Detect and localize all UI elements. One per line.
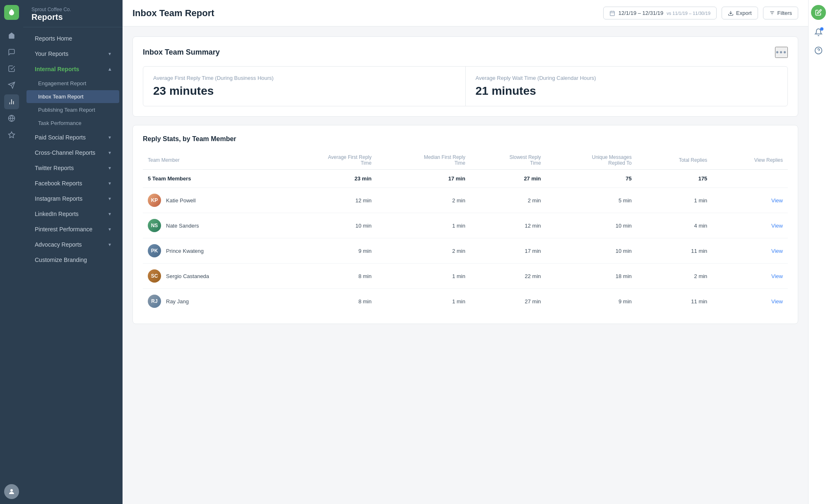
cell-unique_messages: 10 min bbox=[546, 213, 637, 238]
view-replies-link[interactable]: View bbox=[771, 298, 783, 305]
chevron-down-icon: ▾ bbox=[108, 51, 111, 57]
export-button[interactable]: Export bbox=[722, 7, 758, 19]
member-name: Prince Kwateng bbox=[166, 248, 204, 254]
cell-median_first_reply: 2 min bbox=[376, 188, 470, 213]
table-row: PK Prince Kwateng 9 min2 min17 min10 min… bbox=[143, 238, 788, 264]
cell-avg_first_reply: 8 min bbox=[279, 289, 377, 314]
nav-star-icon[interactable] bbox=[4, 127, 19, 142]
page-title: Inbox Team Report bbox=[132, 8, 214, 19]
nav-reports-icon[interactable] bbox=[4, 94, 19, 109]
cell-member: KP Katie Powell bbox=[143, 188, 279, 213]
member-avatar: KP bbox=[148, 194, 161, 207]
sidebar-sub-publishing-team-report[interactable]: Publishing Team Report bbox=[26, 103, 119, 116]
cell-total_replies: 2 min bbox=[637, 264, 712, 289]
nav-tasks-icon[interactable] bbox=[4, 61, 19, 76]
sidebar-item-twitter-reports[interactable]: Twitter Reports ▾ bbox=[26, 161, 119, 175]
summary-avg-first-reply: 23 min bbox=[279, 170, 377, 188]
col-header-median-first-reply: Median First ReplyTime bbox=[376, 151, 470, 170]
cell-view-replies: View bbox=[712, 213, 788, 238]
cell-unique_messages: 9 min bbox=[546, 289, 637, 314]
cell-median_first_reply: 1 min bbox=[376, 213, 470, 238]
svg-marker-7 bbox=[9, 132, 15, 138]
main-content: Inbox Team Report 12/1/19 – 12/31/19 vs … bbox=[123, 0, 808, 504]
cell-total_replies: 11 min bbox=[637, 238, 712, 264]
member-name: Nate Sanders bbox=[166, 223, 199, 229]
date-range-button[interactable]: 12/1/19 – 12/31/19 vs 11/1/19 – 11/30/19 bbox=[603, 7, 717, 19]
chevron-up-icon: ▴ bbox=[108, 66, 111, 72]
member-name: Ray Jang bbox=[166, 298, 189, 305]
chevron-down-icon: ▾ bbox=[108, 134, 111, 140]
metric-value-first-reply: 23 minutes bbox=[153, 84, 455, 98]
metric-value-wait-time: 21 minutes bbox=[476, 84, 778, 98]
sidebar-item-cross-channel-reports[interactable]: Cross-Channel Reports ▾ bbox=[26, 145, 119, 160]
nav-home-icon[interactable] bbox=[4, 28, 19, 43]
table-summary-row: 5 Team Members 23 min 17 min 27 min 75 1… bbox=[143, 170, 788, 188]
cell-total_replies: 1 min bbox=[637, 188, 712, 213]
table-body: 5 Team Members 23 min 17 min 27 min 75 1… bbox=[143, 170, 788, 314]
chevron-down-icon: ▾ bbox=[108, 211, 111, 217]
view-replies-link[interactable]: View bbox=[771, 273, 783, 279]
vs-date-range-value: vs 11/1/19 – 11/30/19 bbox=[667, 11, 710, 16]
company-name: Sprout Coffee Co. bbox=[31, 7, 114, 12]
filters-button[interactable]: Filters bbox=[763, 7, 798, 19]
metric-label-first-reply: Average First Reply Time (During Busines… bbox=[153, 75, 455, 81]
sidebar-item-instagram-reports[interactable]: Instagram Reports ▾ bbox=[26, 191, 119, 206]
nav-inbox-icon[interactable] bbox=[4, 45, 19, 60]
sidebar-sub-inbox-team-report[interactable]: Inbox Team Report bbox=[26, 90, 119, 103]
sidebar-item-customize-branding[interactable]: Customize Branding bbox=[26, 252, 119, 267]
notifications-button[interactable] bbox=[813, 26, 824, 38]
member-name: Sergio Castaneda bbox=[166, 273, 209, 279]
cell-median_first_reply: 1 min bbox=[376, 289, 470, 314]
sidebar-item-pinterest-performance[interactable]: Pinterest Performance ▾ bbox=[26, 222, 119, 237]
cell-median_first_reply: 2 min bbox=[376, 238, 470, 264]
view-replies-link[interactable]: View bbox=[771, 197, 783, 204]
summary-card-title: Inbox Team Summary bbox=[143, 48, 220, 57]
calendar-icon bbox=[609, 10, 615, 16]
member-name: Katie Powell bbox=[166, 197, 196, 204]
sidebar-sub-engagement-report[interactable]: Engagement Report bbox=[26, 77, 119, 90]
chevron-down-icon: ▾ bbox=[108, 196, 111, 202]
sidebar-sub-task-performance[interactable]: Task Performance bbox=[26, 117, 119, 130]
sidebar-item-paid-social-reports[interactable]: Paid Social Reports ▾ bbox=[26, 130, 119, 145]
nav-publish-icon[interactable] bbox=[4, 78, 19, 93]
sidebar-item-your-reports[interactable]: Your Reports ▾ bbox=[26, 46, 119, 61]
metric-cell-wait-time: Average Reply Wait Time (During Calendar… bbox=[466, 67, 788, 106]
sidebar-item-internal-reports[interactable]: Internal Reports ▴ bbox=[26, 62, 119, 77]
cell-slowest_reply: 17 min bbox=[470, 238, 546, 264]
sidebar-item-linkedin-reports[interactable]: LinkedIn Reports ▾ bbox=[26, 206, 119, 221]
top-bar-actions: 12/1/19 – 12/31/19 vs 11/1/19 – 11/30/19… bbox=[603, 7, 798, 19]
table-card: Reply Stats, by Team Member Team Member … bbox=[132, 125, 798, 324]
table-card-title: Reply Stats, by Team Member bbox=[143, 135, 788, 143]
member-avatar: SC bbox=[148, 269, 161, 283]
sidebar-item-reports-home[interactable]: Reports Home bbox=[26, 31, 119, 46]
user-avatar[interactable] bbox=[4, 484, 19, 499]
cell-member: SC Sergio Castaneda bbox=[143, 264, 279, 289]
cell-slowest_reply: 22 min bbox=[470, 264, 546, 289]
svg-rect-9 bbox=[610, 11, 615, 15]
col-header-slowest-reply: Slowest ReplyTime bbox=[470, 151, 546, 170]
svg-point-8 bbox=[10, 489, 13, 492]
cell-unique_messages: 5 min bbox=[546, 188, 637, 213]
view-replies-link[interactable]: View bbox=[771, 223, 783, 229]
table-header-row: Team Member Average First ReplyTime Medi… bbox=[143, 151, 788, 170]
sidebar-nav: Reports Home Your Reports ▾ Internal Rep… bbox=[23, 27, 123, 271]
member-avatar: RJ bbox=[148, 295, 161, 308]
summary-view-replies bbox=[712, 170, 788, 188]
cell-avg_first_reply: 10 min bbox=[279, 213, 377, 238]
compose-button[interactable] bbox=[811, 5, 826, 20]
nav-social-icon[interactable] bbox=[4, 111, 19, 126]
sidebar-item-advocacy-reports[interactable]: Advocacy Reports ▾ bbox=[26, 237, 119, 252]
cell-avg_first_reply: 9 min bbox=[279, 238, 377, 264]
table-row: KP Katie Powell 12 min2 min2 min5 min1 m… bbox=[143, 188, 788, 213]
cell-member: NS Nate Sanders bbox=[143, 213, 279, 238]
metric-label-wait-time: Average Reply Wait Time (During Calendar… bbox=[476, 75, 778, 81]
more-options-button[interactable]: ••• bbox=[775, 47, 788, 58]
sidebar-item-facebook-reports[interactable]: Facebook Reports ▾ bbox=[26, 176, 119, 191]
summary-member: 5 Team Members bbox=[143, 170, 279, 188]
col-header-unique-messages: Unique MessagesReplied To bbox=[546, 151, 637, 170]
view-replies-link[interactable]: View bbox=[771, 248, 783, 254]
right-rail bbox=[808, 0, 828, 504]
col-header-avg-first-reply: Average First ReplyTime bbox=[279, 151, 377, 170]
help-button[interactable] bbox=[813, 45, 824, 56]
cell-median_first_reply: 1 min bbox=[376, 264, 470, 289]
